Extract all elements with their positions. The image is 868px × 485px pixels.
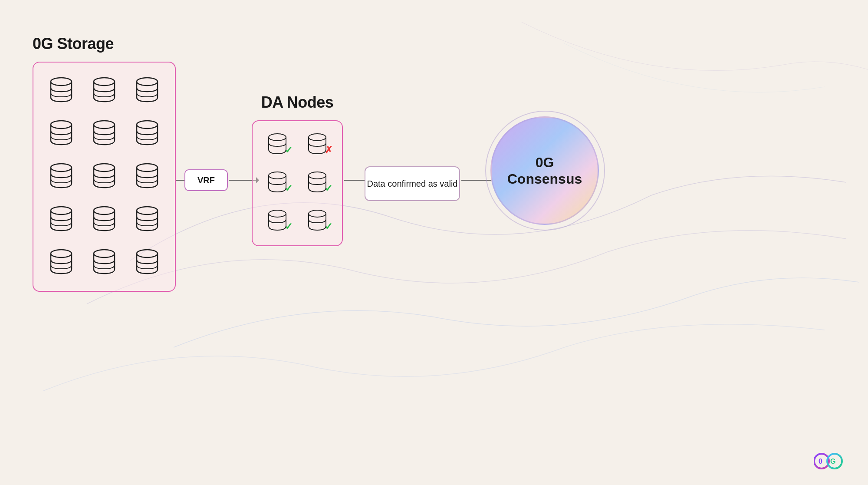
svg-point-6 bbox=[51, 164, 72, 172]
check-icon-5: ✓ bbox=[285, 221, 293, 232]
logo-icon: 0 G bbox=[814, 452, 844, 470]
da-title: DA Nodes bbox=[252, 93, 343, 112]
svg-point-11 bbox=[137, 207, 158, 214]
svg-text:0: 0 bbox=[819, 458, 822, 465]
svg-point-24 bbox=[309, 210, 326, 217]
db-icon-15 bbox=[132, 247, 162, 278]
confirmed-label: Data confirmed as valid bbox=[367, 178, 458, 190]
x-icon-2: ✗ bbox=[325, 145, 332, 156]
db-icon-2 bbox=[89, 76, 119, 106]
db-icon-13 bbox=[46, 247, 76, 278]
consensus-line1: 0G bbox=[536, 154, 554, 171]
check-icon-6: ✓ bbox=[325, 221, 332, 232]
db-icon-5 bbox=[89, 119, 119, 149]
da-section: DA Nodes ✓ ✗ ✓ ✓ bbox=[252, 93, 343, 246]
da-node-6: ✓ bbox=[304, 208, 330, 234]
db-icon-3 bbox=[132, 76, 162, 106]
svg-point-7 bbox=[94, 164, 115, 172]
svg-point-23 bbox=[269, 210, 286, 217]
check-icon-1: ✓ bbox=[285, 145, 293, 156]
da-node-5: ✓ bbox=[264, 208, 290, 234]
logo: 0 G bbox=[814, 452, 844, 470]
db-icon-9 bbox=[132, 162, 162, 192]
consensus-line2: Consensus bbox=[507, 171, 582, 187]
da-box: ✓ ✗ ✓ ✓ ✓ bbox=[252, 120, 343, 246]
svg-point-0 bbox=[51, 78, 72, 86]
svg-point-5 bbox=[137, 121, 158, 129]
db-icon-1 bbox=[46, 76, 76, 106]
svg-point-14 bbox=[137, 250, 158, 257]
da-node-4: ✓ bbox=[304, 170, 330, 196]
svg-point-20 bbox=[309, 134, 326, 141]
db-icon-12 bbox=[132, 205, 162, 235]
da-node-3: ✓ bbox=[264, 170, 290, 196]
da-node-1: ✓ bbox=[264, 132, 290, 158]
svg-text:G: G bbox=[830, 458, 835, 465]
storage-section: 0G Storage bbox=[33, 35, 176, 292]
svg-point-12 bbox=[51, 250, 72, 257]
svg-point-3 bbox=[51, 121, 72, 129]
svg-point-21 bbox=[269, 172, 286, 179]
consensus-circle: 0G Consensus bbox=[490, 116, 599, 225]
db-icon-14 bbox=[89, 247, 119, 278]
confirmed-box: Data confirmed as valid bbox=[365, 166, 460, 201]
svg-point-10 bbox=[94, 207, 115, 214]
svg-point-8 bbox=[137, 164, 158, 172]
db-icon-6 bbox=[132, 119, 162, 149]
storage-box bbox=[33, 62, 176, 292]
db-icon-4 bbox=[46, 119, 76, 149]
svg-point-13 bbox=[94, 250, 115, 257]
svg-point-2 bbox=[137, 78, 158, 86]
da-node-2: ✗ bbox=[304, 132, 330, 158]
svg-point-22 bbox=[309, 172, 326, 179]
db-icon-10 bbox=[46, 205, 76, 235]
vrf-label: VRF bbox=[197, 175, 215, 185]
db-icon-11 bbox=[89, 205, 119, 235]
db-icon-7 bbox=[46, 162, 76, 192]
check-icon-3: ✓ bbox=[285, 183, 293, 194]
svg-point-19 bbox=[269, 134, 286, 141]
svg-point-4 bbox=[94, 121, 115, 129]
db-icon-8 bbox=[89, 162, 119, 192]
check-icon-4: ✓ bbox=[325, 183, 332, 194]
svg-point-1 bbox=[94, 78, 115, 86]
vrf-box: VRF bbox=[184, 169, 228, 191]
svg-point-9 bbox=[51, 207, 72, 214]
storage-title: 0G Storage bbox=[33, 35, 176, 53]
